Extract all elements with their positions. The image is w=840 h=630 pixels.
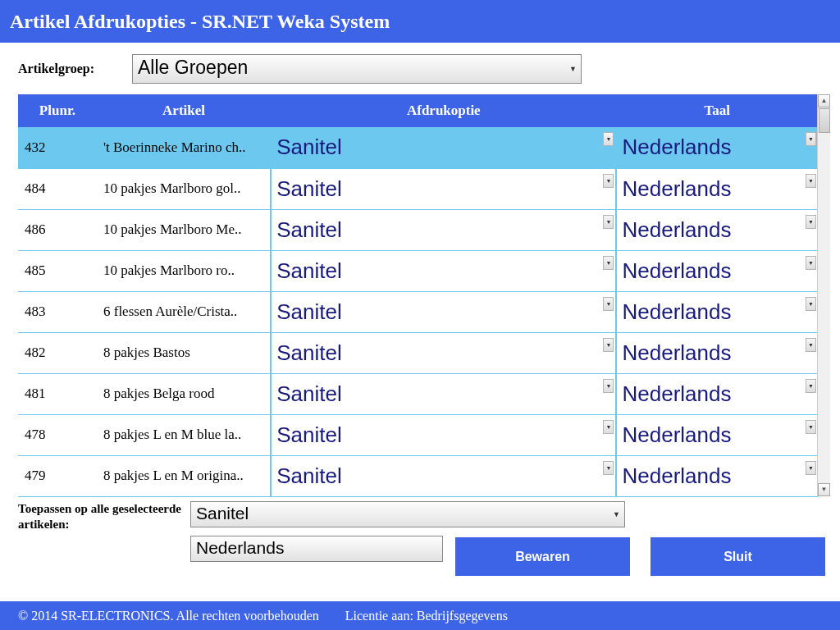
vertical-scrollbar[interactable]: ▲ ▼ — [817, 94, 830, 496]
taal-value: Nederlands — [622, 381, 731, 407]
chevron-down-icon[interactable]: ▼ — [806, 132, 816, 146]
chevron-down-icon[interactable]: ▼ — [603, 379, 614, 393]
cell-plunr: 484 — [18, 168, 97, 209]
chevron-down-icon[interactable]: ▼ — [806, 256, 816, 270]
footer-copyright: © 2014 SR-ELECTRONICS. Alle rechten voor… — [18, 609, 319, 623]
table-row[interactable]: 48510 pakjes Marlboro ro..Sanitel▼Nederl… — [18, 250, 818, 291]
cell-afdrukoptie[interactable]: Sanitel▼ — [271, 209, 616, 250]
cell-artikel: 8 pakjes L en M blue la.. — [97, 414, 271, 455]
close-button[interactable]: Sluit — [651, 537, 825, 576]
scroll-thumb[interactable] — [819, 108, 830, 133]
table-row[interactable]: 4828 pakjes BastosSanitel▼Nederlands▼ — [18, 332, 818, 373]
chevron-down-icon[interactable]: ▼ — [806, 461, 816, 475]
window-title-bar: Artikel Afdrukopties - SR.NET Weka Syste… — [0, 0, 840, 43]
cell-afdrukoptie[interactable]: Sanitel▼ — [271, 250, 616, 291]
cell-artikel: 10 pakjes Marlboro gol.. — [97, 168, 271, 209]
col-header-afdrukoptie[interactable]: Afdrukoptie — [271, 94, 616, 127]
cell-plunr: 432 — [18, 127, 97, 168]
afdrukoptie-value: Sanitel — [276, 463, 342, 489]
apply-taal-select[interactable]: Nederlands — [190, 536, 443, 562]
col-header-taal[interactable]: Taal — [616, 94, 818, 127]
artikelgroep-value: Alle Groepen — [138, 57, 248, 78]
chevron-down-icon[interactable]: ▼ — [603, 132, 614, 146]
taal-value: Nederlands — [622, 422, 731, 448]
filter-row: Artikelgroep: Alle Groepen ▼ — [0, 43, 840, 94]
cell-taal[interactable]: Nederlands▼ — [616, 455, 818, 496]
cell-taal[interactable]: Nederlands▼ — [616, 291, 818, 332]
table-row[interactable]: 48610 pakjes Marlboro Me..Sanitel▼Nederl… — [18, 209, 818, 250]
cell-afdrukoptie[interactable]: Sanitel▼ — [271, 127, 616, 168]
cell-artikel: 8 pakjes L en M origina.. — [97, 455, 271, 496]
chevron-down-icon[interactable]: ▼ — [806, 297, 816, 311]
apply-afdrukoptie-value: Sanitel — [196, 504, 249, 523]
cell-artikel: 8 pakjes Belga rood — [97, 373, 271, 414]
scroll-down-icon[interactable]: ▼ — [818, 483, 830, 496]
afdrukoptie-value: Sanitel — [276, 299, 342, 325]
chevron-down-icon[interactable]: ▼ — [603, 338, 614, 352]
table-row[interactable]: 4798 pakjes L en M origina..Sanitel▼Nede… — [18, 455, 818, 496]
afdrukoptie-value: Sanitel — [276, 381, 342, 407]
cell-afdrukoptie[interactable]: Sanitel▼ — [271, 291, 616, 332]
cell-taal[interactable]: Nederlands▼ — [616, 332, 818, 373]
cell-artikel: 8 pakjes Bastos — [97, 332, 271, 373]
cell-afdrukoptie[interactable]: Sanitel▼ — [271, 168, 616, 209]
afdrukoptie-value: Sanitel — [276, 135, 342, 160]
cell-taal[interactable]: Nederlands▼ — [616, 250, 818, 291]
cell-plunr: 482 — [18, 332, 97, 373]
chevron-down-icon[interactable]: ▼ — [603, 420, 614, 434]
col-header-plunr[interactable]: Plunr. — [18, 94, 97, 127]
cell-taal[interactable]: Nederlands▼ — [616, 127, 818, 168]
chevron-down-icon[interactable]: ▼ — [603, 174, 614, 188]
cell-artikel: 6 flessen Aurèle/Crista.. — [97, 291, 271, 332]
cell-taal[interactable]: Nederlands▼ — [616, 168, 818, 209]
article-table-container: Plunr. Artikel Afdrukoptie Taal 432't Bo… — [18, 94, 830, 497]
chevron-down-icon[interactable]: ▼ — [603, 215, 614, 229]
cell-plunr: 481 — [18, 373, 97, 414]
taal-value: Nederlands — [622, 135, 731, 160]
article-table: Plunr. Artikel Afdrukoptie Taal 432't Bo… — [18, 94, 818, 497]
footer-bar: © 2014 SR-ELECTRONICS. Alle rechten voor… — [0, 601, 840, 630]
cell-artikel: 't Boerinneke Marino ch.. — [97, 127, 271, 168]
table-row[interactable]: 4788 pakjes L en M blue la..Sanitel▼Nede… — [18, 414, 818, 455]
cell-plunr: 478 — [18, 414, 97, 455]
cell-plunr: 479 — [18, 455, 97, 496]
cell-plunr: 486 — [18, 209, 97, 250]
table-row[interactable]: 432't Boerinneke Marino ch..Sanitel▼Nede… — [18, 127, 818, 168]
col-header-artikel[interactable]: Artikel — [97, 94, 271, 127]
afdrukoptie-value: Sanitel — [276, 176, 342, 202]
chevron-down-icon[interactable]: ▼ — [806, 338, 816, 352]
save-button[interactable]: Bewaren — [455, 537, 630, 576]
chevron-down-icon[interactable]: ▼ — [603, 256, 614, 270]
afdrukoptie-value: Sanitel — [276, 340, 342, 366]
chevron-down-icon[interactable]: ▼ — [806, 215, 816, 229]
chevron-down-icon[interactable]: ▼ — [806, 174, 816, 188]
chevron-down-icon[interactable]: ▼ — [603, 297, 614, 311]
cell-taal[interactable]: Nederlands▼ — [616, 414, 818, 455]
scroll-up-icon[interactable]: ▲ — [818, 94, 830, 107]
chevron-down-icon[interactable]: ▼ — [806, 379, 816, 393]
artikelgroep-select[interactable]: Alle Groepen — [132, 54, 582, 84]
cell-taal[interactable]: Nederlands▼ — [616, 209, 818, 250]
action-buttons: Bewaren Sluit — [455, 537, 825, 576]
cell-taal[interactable]: Nederlands▼ — [616, 373, 818, 414]
cell-afdrukoptie[interactable]: Sanitel▼ — [271, 373, 616, 414]
cell-afdrukoptie[interactable]: Sanitel▼ — [271, 414, 616, 455]
cell-plunr: 485 — [18, 250, 97, 291]
window-title: Artikel Afdrukopties - SR.NET Weka Syste… — [10, 11, 390, 33]
table-row[interactable]: 4818 pakjes Belga roodSanitel▼Nederlands… — [18, 373, 818, 414]
taal-value: Nederlands — [622, 463, 731, 489]
table-row[interactable]: 4836 flessen Aurèle/Crista..Sanitel▼Nede… — [18, 291, 818, 332]
apply-taal-value: Nederlands — [196, 538, 284, 557]
taal-value: Nederlands — [622, 258, 731, 284]
table-header-row: Plunr. Artikel Afdrukoptie Taal — [18, 94, 818, 127]
afdrukoptie-value: Sanitel — [276, 217, 342, 243]
cell-artikel: 10 pakjes Marlboro Me.. — [97, 209, 271, 250]
cell-afdrukoptie[interactable]: Sanitel▼ — [271, 332, 616, 373]
table-row[interactable]: 48410 pakjes Marlboro gol..Sanitel▼Neder… — [18, 168, 818, 209]
chevron-down-icon[interactable]: ▼ — [603, 461, 614, 475]
apply-afdrukoptie-select[interactable]: Sanitel — [190, 501, 625, 527]
taal-value: Nederlands — [622, 340, 731, 366]
cell-plunr: 483 — [18, 291, 97, 332]
cell-afdrukoptie[interactable]: Sanitel▼ — [271, 455, 616, 496]
chevron-down-icon[interactable]: ▼ — [806, 420, 816, 434]
